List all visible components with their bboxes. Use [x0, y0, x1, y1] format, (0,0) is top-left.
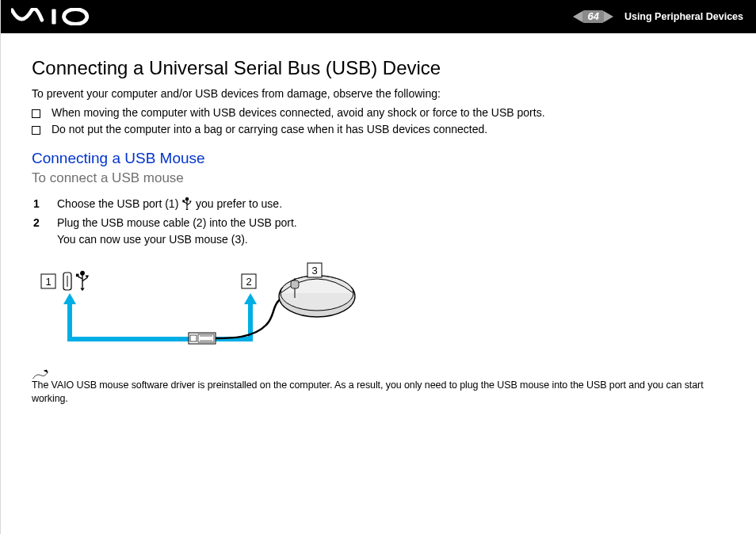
svg-marker-14	[80, 288, 84, 291]
step-text-prefix: Choose the USB port (1)	[57, 197, 181, 210]
task-subhead: To connect a USB mouse	[32, 170, 724, 186]
step-text-prefix: Plug the USB mouse cable (2) into the US…	[57, 216, 297, 229]
svg-marker-31	[44, 369, 48, 372]
page-body: Connecting a Universal Serial Bus (USB) …	[0, 33, 756, 421]
usb-mouse-diagram: 1	[32, 261, 724, 360]
svg-rect-0	[52, 10, 55, 25]
svg-rect-22	[198, 334, 214, 342]
left-page-edge	[0, 0, 1, 534]
next-page-arrow-icon[interactable]	[604, 11, 613, 22]
svg-rect-29	[291, 280, 299, 288]
step-item: Choose the USB port (1) you prefer to us…	[57, 196, 724, 212]
diagram-label-2: 2	[246, 276, 251, 288]
step-text-line2: You can now use your USB mouse (3).	[57, 233, 248, 246]
precaution-list: When moving the computer with USB device…	[32, 106, 724, 135]
prev-page-arrow-icon[interactable]	[573, 11, 582, 22]
svg-rect-4	[182, 200, 185, 202]
page-title: Connecting a Universal Serial Bus (USB) …	[32, 57, 724, 79]
list-item: Do not put the computer into a bag or ca…	[32, 123, 724, 135]
list-item: When moving the computer with USB device…	[32, 106, 724, 119]
diagram-label-1: 1	[45, 276, 51, 288]
svg-point-1	[64, 10, 87, 25]
svg-rect-21	[190, 335, 197, 341]
svg-marker-6	[185, 209, 188, 210]
square-bullet-icon	[32, 109, 40, 118]
intro-paragraph: To prevent your computer and/or USB devi…	[32, 87, 724, 100]
section-title: Using Peripheral Devices	[624, 11, 743, 22]
vaio-logo	[11, 8, 98, 25]
diagram-label-3: 3	[311, 265, 317, 277]
usb-trident-icon	[181, 197, 193, 210]
svg-marker-19	[244, 293, 257, 304]
note-text: The VAIO USB mouse software driver is pr…	[32, 379, 724, 406]
list-item-text: When moving the computer with USB device…	[52, 106, 545, 119]
page-number: 64	[582, 10, 603, 23]
header-right: 64 Using Peripheral Devices	[573, 10, 743, 23]
header-bar: 64 Using Peripheral Devices	[0, 0, 756, 33]
list-item-text: Do not put the computer into a bag or ca…	[52, 123, 487, 135]
step-item: Plug the USB mouse cable (2) into the US…	[57, 215, 724, 247]
square-bullet-icon	[32, 126, 40, 135]
step-list: Choose the USB port (1) you prefer to us…	[32, 196, 724, 247]
svg-rect-12	[76, 273, 79, 277]
subsection-title: Connecting a USB Mouse	[32, 150, 724, 167]
note-block: The VAIO USB mouse software driver is pr…	[32, 366, 724, 406]
svg-marker-16	[63, 293, 76, 304]
page-nav: 64	[573, 10, 613, 23]
step-text-suffix: you prefer to use.	[196, 197, 282, 210]
